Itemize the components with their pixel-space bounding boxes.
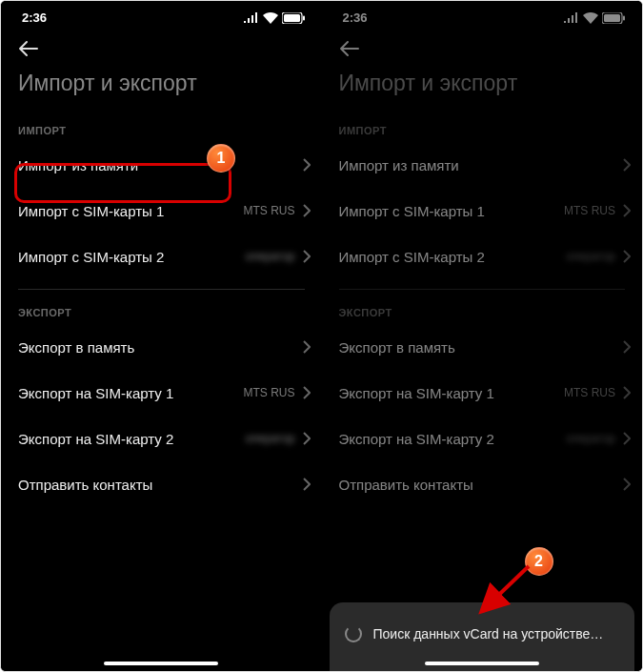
chevron-right-icon: [623, 478, 631, 491]
row-label: Экспорт в память: [18, 339, 134, 356]
annotation-badge-2: 2: [525, 547, 553, 576]
row-export-memory[interactable]: Экспорт в память: [322, 324, 643, 370]
wifi-icon: [583, 12, 598, 24]
section-import-label: ИМПОРТ: [1, 112, 322, 142]
row-label: Импорт с SIM-карты 1: [18, 203, 164, 219]
svg-rect-2: [303, 15, 305, 20]
back-arrow-icon: [18, 40, 39, 57]
signal-icon: [564, 12, 579, 23]
row-import-memory[interactable]: Импорт из памяти: [322, 142, 643, 188]
section-import-label: ИМПОРТ: [322, 112, 643, 142]
toast-text: Поиск данных vCard на устройстве…: [373, 626, 604, 641]
battery-icon: [602, 12, 625, 24]
row-import-memory[interactable]: Импорт из памяти: [1, 142, 322, 188]
row-subtext: MTS RUS: [244, 386, 295, 399]
row-export-sim2[interactable]: Экспорт на SIM-карту 2 оператор: [322, 416, 643, 461]
home-indicator[interactable]: [425, 662, 539, 665]
row-label: Импорт с SIM-карты 2: [339, 249, 485, 265]
section-export-label: ЭКСПОРТ: [322, 294, 643, 324]
row-subtext: оператор: [566, 250, 615, 263]
clock: 2:36: [22, 10, 47, 25]
row-label: Отправить контакты: [339, 477, 473, 493]
chevron-right-icon: [623, 250, 631, 263]
row-import-sim2[interactable]: Импорт с SIM-карты 2 оператор: [322, 234, 643, 279]
row-export-memory[interactable]: Экспорт в память: [1, 324, 322, 370]
row-import-sim2[interactable]: Импорт с SIM-карты 2 оператор: [1, 234, 322, 279]
row-label: Импорт из памяти: [339, 157, 459, 173]
chevron-right-icon: [303, 432, 311, 445]
chevron-right-icon: [303, 340, 311, 354]
row-subtext: оператор: [246, 432, 295, 445]
wifi-icon: [263, 12, 278, 24]
chevron-right-icon: [303, 386, 311, 399]
row-label: Отправить контакты: [18, 477, 152, 493]
row-import-sim1[interactable]: Импорт с SIM-карты 1 MTS RUS: [322, 188, 643, 234]
svg-rect-5: [623, 15, 625, 20]
back-button[interactable]: [1, 29, 322, 69]
chevron-right-icon: [623, 386, 631, 399]
row-import-sim1[interactable]: Импорт с SIM-карты 1 MTS RUS: [1, 188, 322, 234]
page-title: Импорт и экспорт: [1, 69, 322, 112]
row-subtext: MTS RUS: [564, 386, 615, 399]
back-arrow-icon: [339, 40, 360, 57]
row-label: Экспорт на SIM-карту 2: [18, 431, 173, 447]
signal-icon: [244, 12, 259, 23]
back-button[interactable]: [322, 29, 643, 69]
svg-rect-4: [604, 14, 620, 22]
section-export-label: ЭКСПОРТ: [1, 294, 322, 324]
chevron-right-icon: [623, 340, 631, 354]
spinner-icon: [345, 625, 362, 642]
chevron-right-icon: [303, 204, 311, 217]
home-indicator[interactable]: [104, 662, 218, 665]
row-subtext: оператор: [566, 432, 615, 445]
row-subtext: оператор: [246, 250, 295, 263]
row-export-sim2[interactable]: Экспорт на SIM-карту 2 оператор: [1, 416, 322, 461]
chevron-right-icon: [623, 158, 631, 172]
chevron-right-icon: [623, 204, 631, 217]
chevron-right-icon: [303, 158, 311, 172]
row-label: Экспорт на SIM-карту 1: [18, 385, 173, 401]
row-export-sim1[interactable]: Экспорт на SIM-карту 1 MTS RUS: [322, 370, 643, 416]
divider: [339, 289, 626, 290]
row-send-contacts[interactable]: Отправить контакты: [1, 461, 322, 507]
row-label: Импорт с SIM-карты 1: [339, 203, 485, 219]
chevron-right-icon: [303, 478, 311, 491]
row-label: Импорт с SIM-карты 2: [18, 249, 164, 265]
status-bar: 2:36: [322, 1, 643, 29]
status-icons: [244, 12, 305, 24]
row-subtext: MTS RUS: [244, 204, 295, 217]
row-send-contacts[interactable]: Отправить контакты: [322, 461, 643, 507]
screen-left: 2:36 Импорт и экспорт ИМПОРТ Импорт из п…: [1, 1, 322, 671]
page-title: Импорт и экспорт: [322, 69, 643, 112]
chevron-right-icon: [303, 250, 311, 263]
svg-rect-1: [284, 14, 300, 22]
row-label: Экспорт на SIM-карту 2: [339, 431, 494, 447]
row-label: Экспорт в память: [339, 339, 455, 356]
status-icons: [564, 12, 625, 24]
row-subtext: MTS RUS: [564, 204, 615, 217]
toast-searching-vcard: Поиск данных vCard на устройстве…: [330, 602, 635, 671]
status-bar: 2:36: [1, 1, 322, 29]
divider: [18, 289, 305, 290]
row-label: Экспорт на SIM-карту 1: [339, 385, 494, 401]
row-export-sim1[interactable]: Экспорт на SIM-карту 1 MTS RUS: [1, 370, 322, 416]
chevron-right-icon: [623, 432, 631, 445]
screen-right: 2:36 Импорт и экспорт ИМПОРТ Импорт из п…: [322, 1, 643, 671]
clock: 2:36: [343, 10, 368, 25]
battery-icon: [282, 12, 305, 24]
row-label: Импорт из памяти: [18, 157, 138, 173]
